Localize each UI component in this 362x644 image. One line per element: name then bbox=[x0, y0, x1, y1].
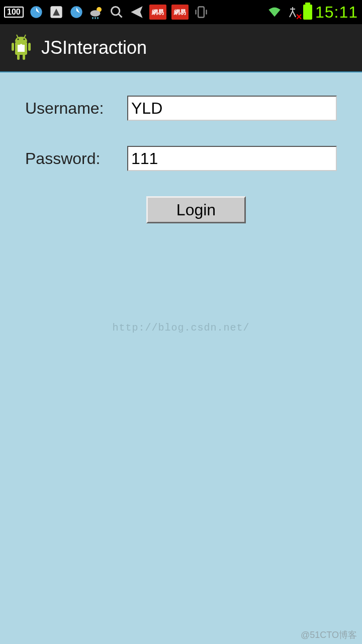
app-bar: JSInteraction bbox=[0, 24, 362, 72]
send-icon bbox=[129, 5, 144, 20]
watermark-center: http://blog.csdn.net/ bbox=[112, 322, 249, 334]
browser-icon bbox=[29, 5, 44, 20]
svg-point-20 bbox=[18, 39, 19, 40]
android-app-icon bbox=[9, 34, 33, 62]
svg-line-9 bbox=[118, 14, 122, 18]
app-icon-1 bbox=[49, 5, 64, 20]
status-left: 100 網易 網易 bbox=[4, 5, 209, 20]
svg-rect-15 bbox=[28, 43, 31, 51]
content-area: Username: Password: Login bbox=[0, 72, 362, 247]
username-row: Username: bbox=[25, 96, 337, 121]
vibrate-icon bbox=[194, 5, 209, 20]
svg-point-4 bbox=[90, 10, 100, 17]
clock: 15:11 bbox=[315, 3, 358, 22]
battery-percent-icon: 100 bbox=[4, 7, 24, 18]
svg-rect-14 bbox=[12, 43, 14, 51]
password-label: Password: bbox=[25, 149, 127, 168]
netease-icon-2: 網易 bbox=[171, 5, 189, 20]
search-icon bbox=[109, 5, 124, 20]
svg-line-19 bbox=[24, 35, 26, 38]
status-right: ✕ 15:11 bbox=[267, 3, 358, 22]
password-row: Password: bbox=[25, 146, 337, 171]
svg-line-18 bbox=[17, 35, 18, 38]
no-signal-icon: ✕ bbox=[285, 5, 300, 20]
watermark-corner: @51CTO博客 bbox=[301, 629, 357, 641]
svg-rect-17 bbox=[23, 54, 25, 60]
svg-rect-16 bbox=[17, 54, 20, 60]
username-input[interactable] bbox=[127, 96, 337, 121]
netease-icon-1: 網易 bbox=[149, 5, 166, 20]
svg-point-8 bbox=[111, 7, 119, 15]
username-label: Username: bbox=[25, 99, 127, 118]
wifi-icon bbox=[267, 5, 282, 20]
password-input[interactable] bbox=[127, 146, 337, 171]
weather-icon bbox=[89, 5, 104, 20]
svg-rect-10 bbox=[198, 7, 204, 18]
status-bar: 100 網易 網易 ✕ 15:11 bbox=[0, 0, 362, 24]
login-button[interactable]: Login bbox=[146, 196, 246, 223]
svg-point-21 bbox=[24, 39, 25, 40]
battery-icon bbox=[303, 5, 312, 20]
browser-icon-2 bbox=[69, 5, 84, 20]
login-button-row: Login bbox=[25, 196, 337, 223]
app-title: JSInteraction bbox=[41, 37, 147, 58]
